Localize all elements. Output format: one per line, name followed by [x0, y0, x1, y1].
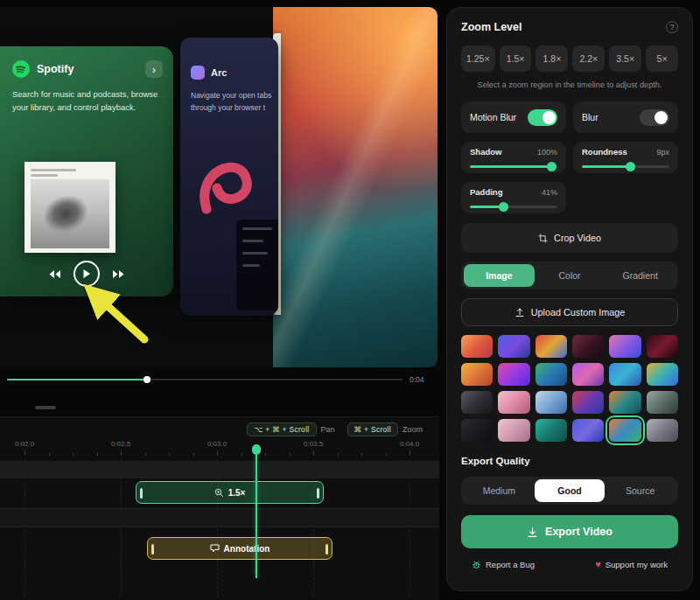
padding-value: 41% [542, 188, 557, 197]
support-link[interactable]: ♥ Support my work [595, 560, 668, 569]
zoom-option-2.2×[interactable]: 2.2× [572, 45, 605, 72]
roundness-slider[interactable] [582, 162, 669, 171]
ruler-tick [193, 453, 194, 456]
zoom-option-5×[interactable]: 5× [646, 45, 678, 72]
upload-icon [514, 307, 525, 317]
background-thumbnail-1[interactable] [461, 335, 493, 358]
scrubber-handle[interactable] [144, 376, 150, 383]
quality-medium[interactable]: Medium [464, 479, 535, 502]
background-thumbnail-3[interactable] [536, 335, 567, 358]
shadow-slider[interactable] [470, 162, 557, 171]
chevron-right-icon: › [145, 60, 163, 78]
quality-good[interactable]: Good [535, 479, 606, 502]
previous-track-icon [48, 269, 61, 279]
background-thumbnail-21[interactable] [536, 419, 567, 442]
motion-blur-toggle[interactable] [528, 109, 557, 126]
crop-video-button[interactable]: Crop Video [461, 223, 678, 253]
spotify-card-title: Spotify [37, 63, 145, 75]
tab-image[interactable]: Image [464, 264, 535, 287]
arc-card-description: Navigate your open tabs through your bro… [191, 90, 278, 114]
zoom-clip[interactable]: 1.5× [136, 481, 324, 504]
tab-gradient[interactable]: Gradient [605, 264, 676, 287]
ruler-tick [242, 453, 242, 456]
background-thumbnail-19[interactable] [461, 419, 493, 442]
export-quality-label: Export Quality [461, 456, 678, 468]
timeline-shortcut-hints: ⌥ + ⌘ + Scroll Pan ⌘ + Scroll Zoom [247, 422, 430, 436]
ruler-label: 0:02.5 [111, 440, 130, 448]
quality-source[interactable]: Source [605, 479, 676, 502]
background-thumbnail-8[interactable] [498, 363, 529, 386]
spotify-onboarding-card: Spotify › Search for music and podcasts,… [0, 46, 173, 297]
ruler-tick [169, 453, 170, 456]
upload-custom-image-button[interactable]: Upload Custom Image [461, 298, 678, 326]
album-art [24, 162, 116, 253]
video-track[interactable] [0, 461, 439, 478]
background-thumbnail-12[interactable] [647, 363, 678, 386]
settings-panel: Zoom Level ? 1.25×1.5×1.8×2.2×3.5×5× Sel… [446, 7, 693, 591]
spotify-logo-icon [12, 60, 30, 78]
annotation-clip[interactable]: Annotation [147, 537, 332, 560]
timeline[interactable]: ⌥ + ⌘ + Scroll Pan ⌘ + Scroll Zoom 0:02.… [0, 416, 439, 600]
ruler-label: 0:03.5 [304, 440, 323, 448]
background-thumbnail-24[interactable] [647, 419, 678, 442]
blur-toggle[interactable] [640, 109, 669, 126]
zoom-option-1.5×[interactable]: 1.5× [500, 45, 532, 72]
zoom-option-3.5×[interactable]: 3.5× [609, 45, 641, 72]
zoom-shortcut-keys: ⌘ + Scroll [347, 422, 398, 436]
timeline-gridline [24, 459, 25, 597]
zoom-level-options: 1.25×1.5×1.8×2.2×3.5×5× [461, 45, 678, 72]
background-thumbnail-13[interactable] [461, 391, 493, 414]
zoom-option-1.8×[interactable]: 1.8× [536, 45, 568, 72]
download-icon [527, 527, 538, 538]
background-thumbnail-18[interactable] [647, 391, 678, 414]
export-video-button[interactable]: Export Video [461, 515, 678, 548]
ruler-tick [290, 453, 290, 456]
background-thumbnail-17[interactable] [609, 391, 640, 414]
background-thumbnail-9[interactable] [536, 363, 567, 386]
help-icon[interactable]: ? [666, 21, 678, 33]
timeline-gridline [410, 459, 410, 597]
empty-track[interactable] [0, 508, 439, 527]
background-thumbnail-20[interactable] [498, 419, 529, 442]
album-caption-line [31, 169, 76, 171]
padding-slider-knob[interactable] [499, 202, 508, 212]
background-thumbnail-11[interactable] [609, 363, 640, 386]
shadow-slider-knob[interactable] [547, 162, 556, 171]
pan-shortcut-label: Pan [321, 425, 335, 434]
blur-card: Blur [573, 101, 678, 133]
ruler-tick [410, 450, 410, 456]
background-thumbnail-6[interactable] [647, 335, 678, 358]
album-caption-line [31, 174, 58, 177]
ruler-tick [145, 453, 146, 456]
background-thumbnail-5[interactable] [609, 335, 640, 358]
background-thumbnail-2[interactable] [498, 335, 529, 358]
tab-color[interactable]: Color [535, 264, 606, 287]
playback-scrubber[interactable] [7, 379, 402, 380]
duration-label: 0:04 [410, 375, 424, 384]
roundness-slider-knob[interactable] [626, 162, 635, 171]
preview-background-wallpaper [273, 7, 438, 367]
arc-logo-icon [191, 66, 205, 80]
background-thumbnail-15[interactable] [536, 391, 567, 414]
background-thumbnail-10[interactable] [572, 363, 604, 386]
background-thumbnail-16[interactable] [572, 391, 604, 414]
background-thumbnail-14[interactable] [498, 391, 529, 414]
playhead-line[interactable] [256, 450, 257, 578]
report-bug-link[interactable]: Report a Bug [472, 560, 535, 569]
panel-resize-handle[interactable] [35, 406, 56, 409]
background-thumbnail-22[interactable] [572, 419, 604, 442]
ruler-tick [121, 450, 122, 456]
background-image-grid [461, 335, 678, 442]
zoom-option-1.25×[interactable]: 1.25× [461, 45, 495, 72]
playhead-handle[interactable] [252, 444, 261, 455]
background-thumbnail-7[interactable] [461, 363, 493, 386]
ruler-tick [73, 453, 74, 456]
background-thumbnail-4[interactable] [572, 335, 604, 358]
ruler-tick [49, 453, 50, 456]
pan-shortcut-keys: ⌥ + ⌘ + Scroll [247, 422, 316, 436]
zoom-hint-text: Select a zoom region in the timeline to … [461, 80, 678, 91]
background-thumbnail-23[interactable] [609, 419, 640, 442]
padding-slider[interactable] [470, 202, 557, 212]
zoom-clip-label: 1.5× [228, 488, 246, 498]
screen-studio-app: Spotify › Search for music and podcasts,… [0, 0, 700, 600]
